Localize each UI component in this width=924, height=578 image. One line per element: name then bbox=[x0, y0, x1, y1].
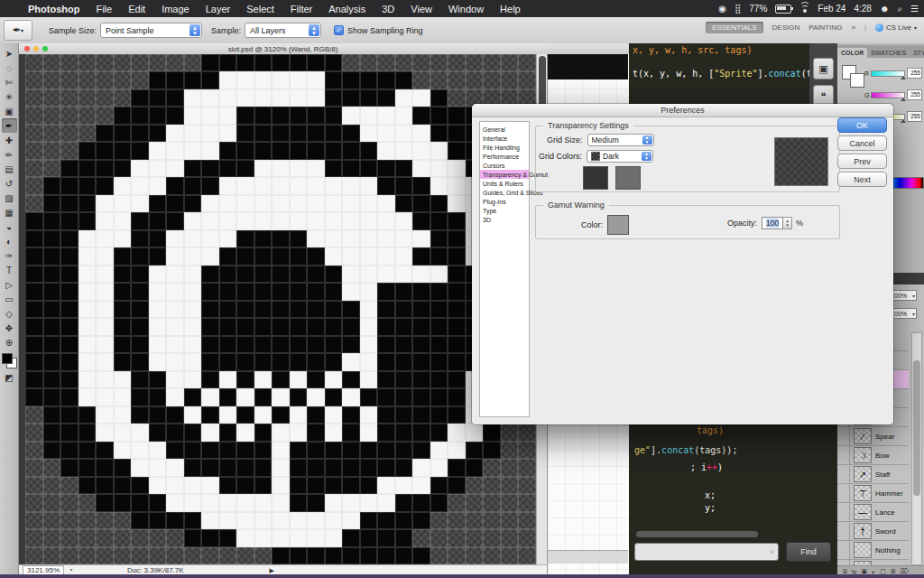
zoom-window-icon[interactable] bbox=[42, 46, 48, 51]
layer-visibility-toggle[interactable] bbox=[837, 522, 850, 540]
grid-color-swatch-1[interactable] bbox=[583, 166, 608, 190]
prefs-section-interface[interactable]: Interface bbox=[480, 134, 529, 143]
slider-thumb[interactable] bbox=[901, 98, 906, 101]
layers-scrollbar[interactable] bbox=[911, 332, 922, 565]
channel-slider[interactable] bbox=[871, 92, 905, 98]
menu-item-file[interactable]: File bbox=[88, 4, 120, 14]
workspace-painting[interactable]: PAINTING bbox=[808, 23, 842, 32]
eraser-tool[interactable]: ▨ bbox=[2, 191, 17, 205]
panel-icon-mini-bridge[interactable]: ▣ bbox=[813, 58, 834, 79]
workspace-essentials[interactable]: ESSENTIALS bbox=[706, 22, 762, 33]
slider-thumb[interactable] bbox=[901, 119, 906, 123]
cs-live-button[interactable]: CS Live▾ bbox=[875, 23, 917, 32]
eyedropper-tool[interactable]: ✒ bbox=[2, 118, 17, 133]
menu-item-help[interactable]: Help bbox=[492, 4, 529, 14]
prev-button[interactable]: Prev bbox=[837, 154, 887, 169]
menubar-date[interactable]: Feb 24 bbox=[818, 4, 845, 14]
menu-item-select[interactable]: Select bbox=[238, 4, 282, 14]
chevron-down-icon[interactable]: ˅ bbox=[770, 547, 774, 556]
minimize-window-icon[interactable] bbox=[33, 46, 39, 51]
layer-name[interactable]: Hammer bbox=[875, 489, 903, 498]
layer-thumbnail[interactable] bbox=[854, 542, 872, 558]
gamut-color-swatch[interactable] bbox=[607, 215, 629, 235]
prefs-section-guides-grid-slices[interactable]: Guides, Grid & Slices bbox=[480, 188, 529, 197]
zoom-tool[interactable]: ⊕ bbox=[2, 335, 17, 350]
layer-name[interactable]: Lance bbox=[875, 508, 895, 517]
layer-thumbnail[interactable]: ☽ bbox=[854, 447, 872, 463]
prefs-section-type[interactable]: Type bbox=[480, 206, 529, 215]
layer-row-hammer[interactable]: ⊤Hammer bbox=[837, 484, 909, 503]
prefs-section-transparency-gamut[interactable]: Transparency & Gamut bbox=[480, 170, 529, 179]
crop-tool[interactable]: ▣ bbox=[2, 104, 17, 118]
menu-item-analysis[interactable]: Analysis bbox=[320, 4, 374, 14]
notification-list-icon[interactable]: ☰ bbox=[910, 4, 919, 14]
channel-value[interactable]: 255 bbox=[907, 111, 922, 122]
menu-item-photoshop[interactable]: Photoshop bbox=[20, 4, 88, 14]
layer-visibility-toggle[interactable] bbox=[837, 446, 850, 464]
eye-icon[interactable]: ◉ bbox=[718, 4, 726, 14]
3d-rotate-tool[interactable]: ◇ bbox=[2, 306, 17, 321]
layer-thumbnail[interactable]: † bbox=[854, 523, 872, 539]
layer-name[interactable]: Staff bbox=[875, 471, 890, 479]
tab-swatches[interactable]: SWATCHES bbox=[867, 48, 910, 58]
menu-item-layer[interactable]: Layer bbox=[198, 4, 239, 14]
prefs-section-cursors[interactable]: Cursors bbox=[480, 161, 529, 170]
tool-preset-picker[interactable]: ✒▾ bbox=[4, 20, 32, 41]
channel-slider[interactable] bbox=[871, 70, 905, 77]
background-color-swatch[interactable] bbox=[850, 73, 864, 88]
show-sampling-ring-checkbox[interactable]: ✓ bbox=[334, 25, 344, 35]
pixel-canvas[interactable] bbox=[25, 54, 536, 564]
move-tool[interactable]: ➤ bbox=[2, 46, 17, 61]
pen-tool[interactable]: ✑ bbox=[2, 248, 17, 263]
opacity-field[interactable]: 100 bbox=[762, 217, 783, 229]
workspace-more-chevron[interactable]: » bbox=[851, 23, 855, 32]
channel-value[interactable]: 255 bbox=[907, 68, 922, 79]
sample-select[interactable]: All Layers▲▼ bbox=[245, 23, 321, 38]
healing-brush-tool[interactable]: ✚ bbox=[2, 133, 17, 147]
dodge-tool[interactable]: ◐ bbox=[2, 234, 17, 248]
menu-item-filter[interactable]: Filter bbox=[282, 4, 320, 14]
channel-row-g[interactable]: G255 bbox=[864, 89, 922, 101]
3d-orbit-tool[interactable]: ✥ bbox=[2, 321, 17, 335]
channel-value[interactable]: 255 bbox=[907, 89, 922, 100]
ok-button[interactable]: OK bbox=[837, 117, 887, 133]
menu-item-edit[interactable]: Edit bbox=[120, 4, 153, 14]
slider-thumb[interactable] bbox=[901, 76, 906, 79]
grid-color-swatch-2[interactable] bbox=[615, 166, 641, 190]
wifi-icon[interactable] bbox=[799, 5, 809, 13]
foreground-background-swatches[interactable] bbox=[2, 353, 17, 368]
workspace-design[interactable]: DESIGN bbox=[772, 23, 800, 32]
dialog-title[interactable]: Preferences bbox=[472, 104, 893, 117]
tab-styles[interactable]: STYLES bbox=[910, 48, 924, 58]
layer-visibility-toggle[interactable] bbox=[837, 427, 850, 445]
prefs-section-general[interactable]: General bbox=[480, 125, 529, 134]
layer-thumbnail[interactable]: ⊤ bbox=[854, 485, 872, 501]
menu-item-view[interactable]: View bbox=[402, 4, 440, 14]
prefs-section-plug-ins[interactable]: Plug-Ins bbox=[480, 197, 529, 206]
type-tool[interactable]: T bbox=[2, 263, 17, 277]
layer-name[interactable]: Sword bbox=[875, 527, 896, 536]
opacity-stepper[interactable]: ▴▾ bbox=[783, 217, 792, 229]
brush-tool[interactable]: ✏ bbox=[2, 147, 17, 162]
grid-icon[interactable]: ⣿ bbox=[735, 4, 741, 14]
scrollbar-thumb[interactable] bbox=[913, 360, 920, 496]
sample-size-select[interactable]: Point Sample▲▼ bbox=[100, 23, 202, 38]
menu-item-window[interactable]: Window bbox=[440, 4, 492, 14]
magic-wand-tool[interactable]: ✳ bbox=[2, 89, 17, 104]
layer-name[interactable]: Spear bbox=[875, 433, 894, 441]
prefs-section-performance[interactable]: Performance bbox=[480, 152, 529, 161]
history-brush-tool[interactable]: ↺ bbox=[2, 176, 17, 191]
layer-row-nothing[interactable]: Nothing bbox=[837, 541, 909, 560]
tab-color[interactable]: COLOR bbox=[837, 48, 867, 58]
layer-row-sword[interactable]: †Sword bbox=[837, 522, 909, 541]
layer-visibility-toggle[interactable] bbox=[837, 465, 850, 483]
user-icon[interactable]: ☻ bbox=[880, 4, 890, 14]
marquee-tool[interactable]: ◌ bbox=[2, 61, 17, 75]
channel-row-r[interactable]: R255 bbox=[864, 67, 922, 79]
close-window-icon[interactable] bbox=[24, 46, 30, 51]
shape-tool[interactable]: ▭ bbox=[2, 292, 17, 306]
layer-row-bow[interactable]: ☽Bow bbox=[837, 446, 909, 465]
layer-visibility-toggle[interactable] bbox=[837, 484, 850, 502]
menubar-time[interactable]: 4:28 bbox=[854, 4, 871, 14]
clone-stamp-tool[interactable]: ▤ bbox=[2, 162, 17, 176]
